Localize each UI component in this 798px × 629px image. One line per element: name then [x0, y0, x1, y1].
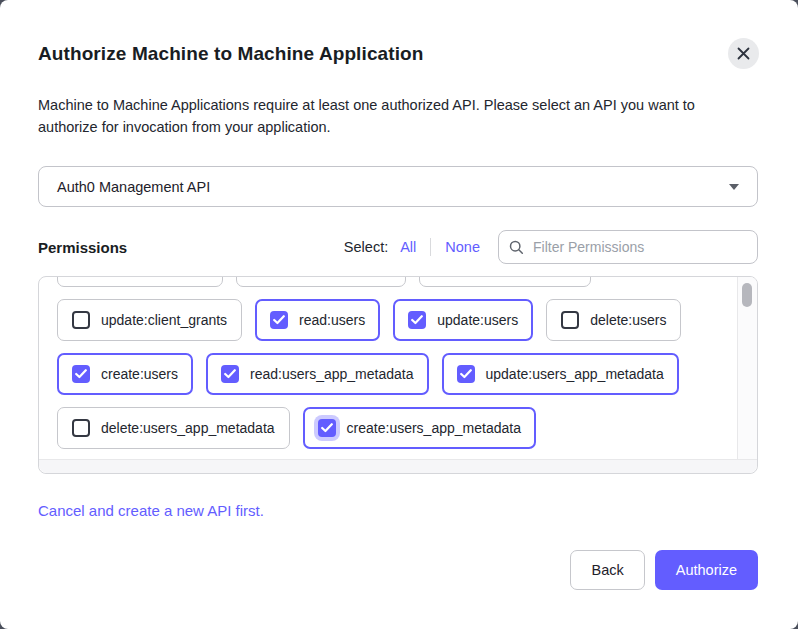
checkbox-unchecked[interactable]	[72, 311, 90, 329]
permission-chip-delete:users[interactable]: delete:users	[546, 299, 681, 341]
vertical-scrollbar-track[interactable]	[737, 277, 757, 460]
permission-chip-delete:users_app_metadata[interactable]: delete:users_app_metadata	[57, 407, 290, 449]
checkbox-checked[interactable]	[221, 365, 239, 383]
authorize-button[interactable]: Authorize	[655, 550, 758, 590]
permission-row: delete:users_app_metadatacreate:users_ap…	[57, 407, 738, 449]
permission-chip[interactable]	[419, 277, 591, 287]
api-select[interactable]: Auth0 Management API	[38, 166, 758, 207]
permissions-label: Permissions	[38, 239, 127, 256]
permissions-toolbar: Permissions Select: All None	[38, 230, 758, 264]
permission-row: update:client_grantsread:usersupdate:use…	[57, 299, 738, 341]
modal-description: Machine to Machine Applications require …	[38, 94, 728, 138]
permission-chip-label: read:users_app_metadata	[250, 366, 413, 382]
permission-chip-update:users[interactable]: update:users	[393, 299, 533, 341]
permission-chip-label: update:client_grants	[101, 312, 227, 328]
back-button[interactable]: Back	[570, 550, 644, 590]
chevron-down-icon	[729, 184, 739, 190]
page-title: Authorize Machine to Machine Application	[38, 43, 423, 65]
divider	[430, 238, 431, 256]
filter-permissions-box	[498, 230, 758, 264]
permission-chip-label: read:users	[299, 312, 365, 328]
checkbox-unchecked[interactable]	[72, 419, 90, 437]
permission-chip-label: update:users_app_metadata	[486, 366, 664, 382]
api-select-value: Auth0 Management API	[57, 179, 210, 195]
select-none-link[interactable]: None	[445, 239, 480, 255]
select-all-link[interactable]: All	[400, 239, 416, 255]
permission-chip-read:users_app_metadata[interactable]: read:users_app_metadata	[206, 353, 428, 395]
permission-chip-create:users[interactable]: create:users	[57, 353, 193, 395]
close-icon	[737, 47, 750, 60]
checkbox-checked[interactable]	[270, 311, 288, 329]
permission-chip[interactable]	[236, 277, 406, 287]
vertical-scrollbar-thumb[interactable]	[742, 283, 752, 307]
search-icon	[509, 240, 531, 255]
permission-chip-label: create:users	[101, 366, 178, 382]
permission-chip-label: delete:users	[590, 312, 666, 328]
permission-chip-label: create:users_app_metadata	[347, 420, 521, 436]
select-group: Select: All None	[344, 238, 480, 256]
permission-row: create:usersread:users_app_metadataupdat…	[57, 353, 738, 395]
permission-chip-read:users[interactable]: read:users	[255, 299, 380, 341]
permissions-scroll-area[interactable]: update:client_grantsread:usersupdate:use…	[38, 276, 758, 474]
cancel-create-api-link[interactable]: Cancel and create a new API first.	[38, 502, 264, 519]
checkbox-checked[interactable]	[457, 365, 475, 383]
permission-chip-update:users_app_metadata[interactable]: update:users_app_metadata	[442, 353, 679, 395]
select-caption: Select:	[344, 239, 388, 255]
authorize-modal: Authorize Machine to Machine Application…	[0, 0, 798, 629]
permissions-grid: update:client_grantsread:usersupdate:use…	[39, 277, 738, 460]
permission-chip[interactable]	[57, 277, 223, 287]
action-buttons: Back Authorize	[570, 550, 758, 590]
permission-chip-create:users_app_metadata[interactable]: create:users_app_metadata	[303, 407, 536, 449]
checkbox-unchecked[interactable]	[561, 311, 579, 329]
filter-permissions-input[interactable]	[531, 238, 747, 256]
permission-chip-update:client_grants[interactable]: update:client_grants	[57, 299, 242, 341]
permission-chip-label: update:users	[437, 312, 518, 328]
horizontal-scrollbar-track[interactable]	[39, 459, 757, 473]
permission-chip-label: delete:users_app_metadata	[101, 420, 275, 436]
permission-row	[57, 277, 738, 287]
checkbox-checked[interactable]	[318, 419, 336, 437]
close-button[interactable]	[728, 38, 759, 69]
checkbox-checked[interactable]	[72, 365, 90, 383]
checkbox-checked[interactable]	[408, 311, 426, 329]
